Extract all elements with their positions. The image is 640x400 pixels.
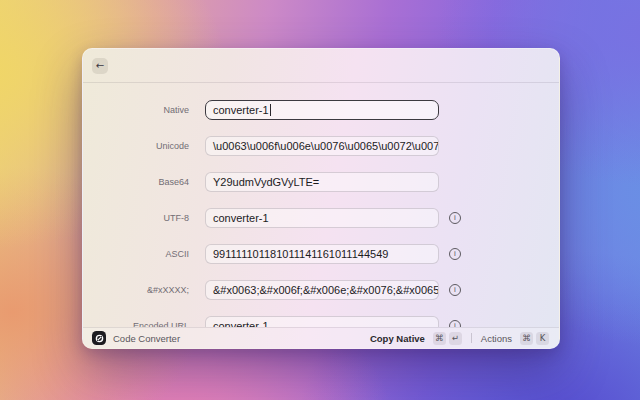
native-input[interactable]: converter-1 [205,100,439,120]
field-row-ascii: ASCII 991111101181011141161011144549 i [83,244,559,264]
utf8-input[interactable]: converter-1 [205,208,439,228]
field-row-encoded-url: Encoded URL converter-1 i [83,316,559,327]
code-converter-app-icon [92,331,106,345]
hex-entity-label: &#xXXXX; [83,285,205,295]
base64-label: Base64 [83,177,205,187]
hex-entity-input[interactable]: &#x0063;&#x006f;&#x006e;&#x0076;&#x0065;… [205,280,439,300]
k-key-icon: K [536,332,549,345]
utf8-label: UTF-8 [83,213,205,223]
ascii-input[interactable]: 991111101181011141161011144549 [205,244,439,264]
encoded-url-input[interactable]: converter-1 [205,316,439,327]
base64-input[interactable]: Y29udmVydGVyLTE= [205,172,439,192]
ascii-label: ASCII [83,249,205,259]
back-button[interactable]: ← [92,58,108,74]
actions-button[interactable]: Actions [481,333,512,344]
back-arrow-icon: ← [96,60,104,71]
field-row-native: Native converter-1 [83,100,559,120]
command-key-icon: ⌘ [520,332,533,345]
copy-native-button[interactable]: Copy Native [370,333,425,344]
field-row-utf8: UTF-8 converter-1 i [83,208,559,228]
footer-shortcut-divider [471,333,472,343]
app-name-label: Code Converter [113,333,180,344]
field-row-unicode: Unicode \u0063\u006f\u006e\u0076\u0065\u… [83,136,559,156]
unicode-input[interactable]: \u0063\u006f\u006e\u0076\u0065\u0072\u00… [205,136,439,156]
return-key-icon: ↵ [449,332,462,345]
unicode-label: Unicode [83,141,205,151]
convert-circle-icon [95,334,104,343]
converter-form: Native converter-1 Unicode \u0063\u006f\… [83,83,559,327]
info-icon[interactable]: i [449,248,461,260]
field-row-base64: Base64 Y29udmVydGVyLTE= [83,172,559,192]
text-caret [270,104,271,116]
info-icon[interactable]: i [449,212,461,224]
info-icon[interactable]: i [449,284,461,296]
window-footer: Code Converter Copy Native ⌘ ↵ Actions ⌘… [83,327,559,348]
command-key-icon: ⌘ [433,332,446,345]
code-converter-window: ← Native converter-1 Unicode \u0063\u006… [82,48,560,349]
native-label: Native [83,105,205,115]
window-header: ← [83,49,559,83]
field-row-hex-entity: &#xXXXX; &#x0063;&#x006f;&#x006e;&#x0076… [83,280,559,300]
info-icon[interactable]: i [449,320,461,327]
